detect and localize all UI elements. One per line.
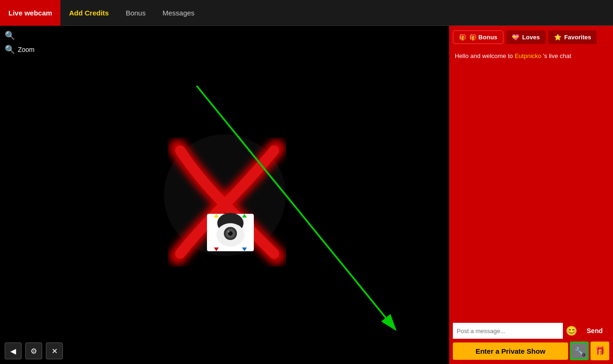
chat-username: Eutpnicko [515,52,541,59]
expand-icon: ✕ [52,347,58,356]
svg-point-7 [228,231,229,233]
welcome-message: Hello and welcome to Eutpnicko 's live c… [449,49,613,63]
chat-footer: 😊 Send Enter a Private Show 🔧 ⚙ 🎁 [449,319,613,364]
top-navigation: Live webcam Add Credits Bonus Messages [0,0,613,26]
nav-messages[interactable]: Messages [154,0,203,26]
video-canvas [0,26,449,364]
bonus-icon: 🎁 [459,34,466,41]
private-show-row: Enter a Private Show 🔧 ⚙ 🎁 [453,342,609,360]
chat-messages-area [449,63,613,319]
gift-icon: 🎁 [595,346,605,356]
expand-button[interactable]: ✕ [46,342,63,359]
nav-bonus[interactable]: Bonus [117,0,154,26]
video-toolbar: 🔍 🔍 Zoom [4,29,36,56]
settings-button[interactable]: ⚙ [25,342,42,359]
webcam-icon-svg [202,209,258,256]
sliders-icon: ⚙ [30,347,37,356]
video-area: 🔍 🔍 Zoom [0,26,449,364]
back-button[interactable]: ◀ [5,342,22,359]
webcam-logo [150,120,300,270]
loves-icon: 💝 [512,34,519,41]
search-icon-2: 🔍 [5,44,15,55]
bottom-controls: ◀ ⚙ ✕ [5,342,63,359]
chat-header: 🎁 🎁 Bonus 💝 Loves ⭐ Favorites [449,26,613,49]
zoom-label: Zoom [18,46,35,53]
tab-bonus[interactable]: 🎁 🎁 Bonus [453,30,503,44]
private-show-button[interactable]: Enter a Private Show [453,342,568,360]
tab-loves-label: Loves [522,34,540,41]
nav-add-credits[interactable]: Add Credits [60,0,117,26]
chat-panel: 🎁 🎁 Bonus 💝 Loves ⭐ Favorites Hello and … [449,26,613,364]
favorites-icon: ⭐ [554,34,561,41]
tab-favorites-label: Favorites [564,34,591,41]
search-zoom-button[interactable]: 🔍 [4,29,36,42]
welcome-suffix: 's live chat [541,52,571,59]
gift-button[interactable]: 🎁 [591,342,609,360]
tab-bonus-label: 🎁 Bonus [469,34,497,41]
back-icon: ◀ [10,347,16,356]
welcome-prefix: Hello and welcome to [455,52,515,59]
private-show-settings-button[interactable]: 🔧 ⚙ [570,342,589,360]
chat-message-input[interactable] [453,323,563,339]
search-icon: 🔍 [5,30,15,41]
chat-input-row: 😊 Send [453,323,609,339]
nav-live-webcam[interactable]: Live webcam [0,0,60,26]
emoji-button[interactable]: 😊 [566,325,577,336]
send-button[interactable]: Send [580,324,609,337]
tab-favorites[interactable]: ⭐ Favorites [548,30,597,44]
main-layout: 🔍 🔍 Zoom [0,26,613,364]
tab-loves[interactable]: 💝 Loves [506,30,546,44]
gear-icon: ⚙ [582,352,586,357]
zoom-button[interactable]: 🔍 Zoom [4,44,36,56]
